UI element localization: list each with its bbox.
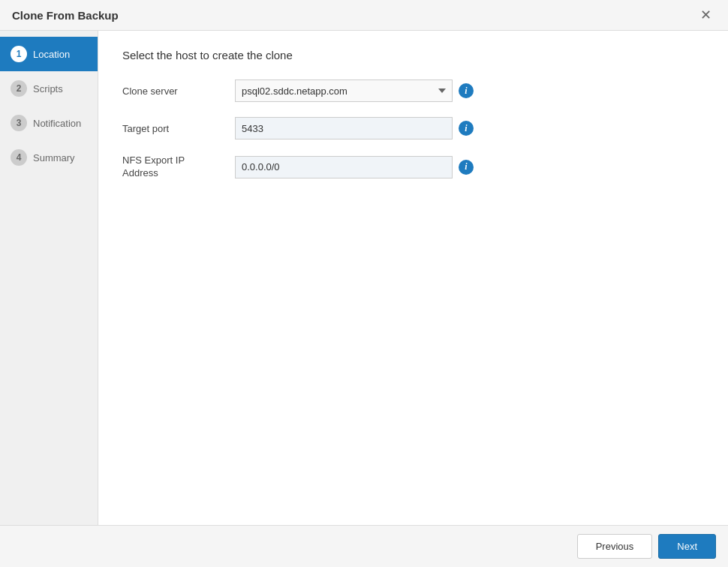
sidebar-item-scripts[interactable]: 2 Scripts <box>0 71 98 106</box>
sidebar-label-location: Location <box>33 49 70 60</box>
target-port-control: i <box>235 117 474 140</box>
sidebar-label-scripts: Scripts <box>33 83 63 94</box>
target-port-info-icon[interactable]: i <box>459 121 474 136</box>
dialog-footer: Previous Next <box>0 525 728 567</box>
clone-from-backup-dialog: Clone From Backup ✕ 1 Location 2 Scripts… <box>0 0 728 567</box>
step-num-2: 2 <box>11 80 27 97</box>
step-num-3: 3 <box>11 115 27 131</box>
clone-server-label: Clone server <box>122 86 235 97</box>
step-num-4: 4 <box>11 149 27 166</box>
target-port-label: Target port <box>122 123 235 134</box>
dialog-body: 1 Location 2 Scripts 3 Notification 4 Su… <box>0 31 728 525</box>
clone-server-control: psql02.sddc.netapp.com i <box>235 80 474 102</box>
main-content: Select the host to create the clone Clon… <box>98 31 728 525</box>
sidebar-item-notification[interactable]: 3 Notification <box>0 106 98 140</box>
section-title: Select the host to create the clone <box>122 49 704 62</box>
sidebar-item-summary[interactable]: 4 Summary <box>0 140 98 175</box>
step-num-1: 1 <box>11 46 27 62</box>
sidebar-item-location[interactable]: 1 Location <box>0 37 98 71</box>
nfs-export-ip-control: i <box>235 156 474 178</box>
clone-server-select[interactable]: psql02.sddc.netapp.com <box>235 80 453 102</box>
next-button[interactable]: Next <box>658 534 716 559</box>
nfs-export-ip-label: NFS Export IPAddress <box>122 154 235 180</box>
target-port-row: Target port i <box>122 117 704 140</box>
clone-server-row: Clone server psql02.sddc.netapp.com i <box>122 80 704 102</box>
sidebar: 1 Location 2 Scripts 3 Notification 4 Su… <box>0 31 98 525</box>
nfs-export-ip-info-icon[interactable]: i <box>459 160 474 175</box>
sidebar-label-notification: Notification <box>33 118 81 129</box>
previous-button[interactable]: Previous <box>577 534 653 559</box>
dialog-title: Clone From Backup <box>12 9 119 22</box>
sidebar-label-summary: Summary <box>33 152 75 164</box>
dialog-header: Clone From Backup ✕ <box>0 0 728 31</box>
nfs-export-ip-row: NFS Export IPAddress i <box>122 154 704 180</box>
target-port-input[interactable] <box>235 117 453 140</box>
close-button[interactable]: ✕ <box>696 7 716 23</box>
clone-server-info-icon[interactable]: i <box>459 83 474 98</box>
nfs-export-ip-input[interactable] <box>235 156 453 178</box>
